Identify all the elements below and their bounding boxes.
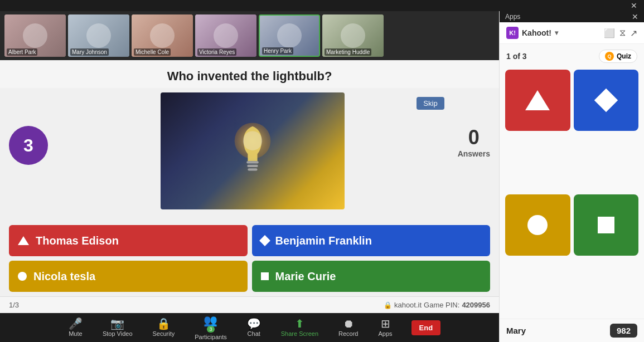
toolbar-security[interactable]: 🔒 Security xyxy=(143,318,185,337)
answers-label: Answers xyxy=(458,149,490,158)
top-bar: ✕ xyxy=(0,0,644,11)
stop-video-label: Stop Video xyxy=(103,330,133,337)
participant-name-albert: Albert Park xyxy=(7,48,37,56)
answer-text-3: Nicola tesla xyxy=(33,270,95,283)
kahoot-brand-name: Kahoot! xyxy=(522,28,551,37)
answer-button-thomas-edison[interactable]: Thomas Edison xyxy=(9,225,248,256)
svg-rect-1 xyxy=(247,161,259,163)
answer-button-marie-curie[interactable]: Marie Curie xyxy=(252,261,491,292)
answer-button-nicola-tesla[interactable]: Nicola tesla xyxy=(9,261,248,292)
participant-name-victoria: Victoria Reyes xyxy=(197,48,236,56)
record-label: Record xyxy=(338,330,358,337)
end-button[interactable]: End xyxy=(411,320,441,335)
video-icon: 📷 xyxy=(110,318,124,329)
participant-score: 982 xyxy=(610,324,637,338)
shape-card-circle xyxy=(505,194,570,256)
toolbar-apps[interactable]: ⊞ Apps xyxy=(368,318,402,337)
participant-row: Mary 982 xyxy=(500,319,644,342)
shape-card-square xyxy=(574,194,639,256)
kahoot-header: K! Kahoot! ▾ ⬜ ⧖ ↗ xyxy=(500,22,644,44)
timer-circle: 3 xyxy=(9,126,48,165)
shape-card-diamond xyxy=(574,70,639,131)
answer-button-benjamin-franklin[interactable]: Benjamin Franklin xyxy=(252,225,491,256)
triangle-shape xyxy=(525,90,550,110)
answer-text-2: Benjamin Franklin xyxy=(275,234,372,247)
kahoot-shape-grid xyxy=(500,66,644,319)
kahoot-add-icon[interactable]: ⬜ xyxy=(604,28,615,38)
lightbulb-icon xyxy=(219,112,286,190)
participants-label: Participants xyxy=(195,334,226,340)
quiz-badge-icon: Q xyxy=(605,52,614,61)
center-panel: Albert Park Mary Johnson Michelle Cole V… xyxy=(0,11,499,342)
participant-name-michelle: Michelle Cole xyxy=(134,48,171,56)
avatar xyxy=(277,23,302,48)
question-text: Who invented the lightbulb? xyxy=(11,69,488,84)
svg-rect-2 xyxy=(248,165,258,167)
toolbar-stop-video[interactable]: 📷 Stop Video xyxy=(93,318,143,337)
video-thumb-victoria: Victoria Reyes xyxy=(195,14,256,57)
image-container: Skip xyxy=(57,92,449,209)
avatar xyxy=(23,23,47,48)
progress-text: 1/3 xyxy=(9,301,19,309)
kahoot-dropdown-icon[interactable]: ▾ xyxy=(555,29,558,37)
video-strip: Albert Park Mary Johnson Michelle Cole V… xyxy=(0,11,499,60)
avatar xyxy=(341,23,365,48)
participant-name-display: Mary xyxy=(506,326,526,335)
record-icon: ⏺ xyxy=(343,318,354,329)
video-thumb-henry: Henry Park xyxy=(259,14,320,57)
kahoot-actions: ⬜ ⧖ ↗ xyxy=(604,28,637,38)
toolbar-participants[interactable]: 👥 3 Participants xyxy=(185,315,236,340)
apps-close-icon[interactable]: ✕ xyxy=(631,1,637,10)
skip-button[interactable]: Skip xyxy=(417,97,444,110)
participant-name-marketing: Marketing Huddle xyxy=(325,48,371,56)
share-screen-label: Share Screen xyxy=(281,330,318,337)
diamond-shape xyxy=(594,89,618,112)
participants-icon: 👥 xyxy=(204,315,217,326)
answers-count: 0 Answers xyxy=(458,126,490,158)
toolbar-chat[interactable]: 💬 Chat xyxy=(237,318,271,337)
chat-label: Chat xyxy=(248,330,260,337)
participants-badge: 3 xyxy=(207,326,214,333)
security-label: Security xyxy=(153,330,175,337)
question-image xyxy=(161,92,345,209)
diamond-icon xyxy=(259,235,270,246)
game-pin-area: 🔒 kahoot.it Game PIN: 4209956 xyxy=(384,301,490,309)
lock-icon: 🔒 xyxy=(384,301,392,309)
kahoot-brand: K! Kahoot! ▾ xyxy=(506,27,558,39)
apps-icon: ⊞ xyxy=(381,318,390,329)
video-thumb-mary: Mary Johnson xyxy=(68,14,129,57)
video-thumb-michelle: Michelle Cole xyxy=(132,14,193,57)
kahoot-external-icon[interactable]: ↗ xyxy=(630,28,637,38)
video-thumb-albert: Albert Park xyxy=(4,14,66,57)
avatar xyxy=(86,23,111,48)
chat-icon: 💬 xyxy=(247,318,261,329)
quiz-badge-label: Quiz xyxy=(617,52,631,60)
toolbar-share-screen[interactable]: ⬆ Share Screen xyxy=(271,318,328,337)
security-icon: 🔒 xyxy=(157,318,171,329)
answers-number: 0 xyxy=(458,126,490,149)
mute-label: Mute xyxy=(69,330,82,337)
toolbar-mute[interactable]: 🎤 Mute xyxy=(59,318,93,337)
apps-label: Apps xyxy=(378,330,392,337)
right-panel: Apps ✕ K! Kahoot! ▾ ⬜ ⧖ ↗ 1 of 3 Q Quiz xyxy=(499,11,644,342)
apps-topbar-title: Apps xyxy=(505,13,520,21)
quiz-badge: Q Quiz xyxy=(599,50,637,63)
bottom-toolbar: 🎤 Mute 📷 Stop Video 🔒 Security 👥 3 Parti… xyxy=(0,313,499,342)
kahoot-logo-icon: K! xyxy=(506,27,519,39)
svg-point-4 xyxy=(243,131,262,150)
content-area: 3 xyxy=(0,88,499,225)
shape-card-triangle xyxy=(505,70,570,131)
participant-name-henry: Henry Park xyxy=(262,47,293,55)
share-screen-icon: ⬆ xyxy=(295,318,304,329)
kahoot-filter-icon[interactable]: ⧖ xyxy=(619,28,626,38)
square-icon xyxy=(261,272,269,280)
square-shape xyxy=(598,217,614,233)
quiz-progress-text: 1 of 3 xyxy=(506,52,527,61)
apps-topbar-close[interactable]: ✕ xyxy=(632,12,638,21)
status-bar: 1/3 🔒 kahoot.it Game PIN: 4209956 xyxy=(0,296,499,313)
video-thumb-marketing: Marketing Huddle xyxy=(322,14,384,57)
answer-text-1: Thomas Edison xyxy=(36,234,119,247)
answer-text-4: Marie Curie xyxy=(275,270,336,283)
toolbar-record[interactable]: ⏺ Record xyxy=(328,318,368,337)
svg-rect-3 xyxy=(248,168,258,170)
